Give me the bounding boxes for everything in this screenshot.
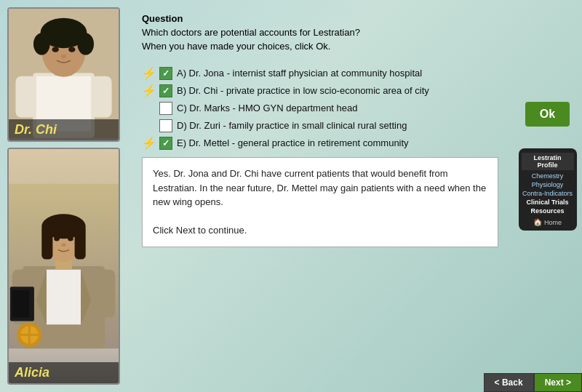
svg-point-9 <box>68 47 75 52</box>
lightning-icon-a: ⚡ <box>142 66 155 80</box>
lestratin-device: Lestratin Profile Chemestry Physiology C… <box>519 148 577 231</box>
character-panel-alicia: Alicia <box>7 148 120 385</box>
svg-rect-15 <box>47 270 81 325</box>
answer-text-e: E) Dr. Mettel - general practice in reti… <box>177 137 409 148</box>
ok-button[interactable]: Ok <box>525 102 570 127</box>
answer-text-c: C) Dr. Marks - HMO GYN department head <box>177 103 358 113</box>
character-panel-chi: Example: <box>7 7 120 142</box>
next-button[interactable]: Next > <box>534 373 582 392</box>
home-icon: 🏠 <box>533 218 542 226</box>
bottom-nav: < Back Next > <box>484 373 582 392</box>
answer-row-c: ⚡ C) Dr. Marks - HMO GYN department head <box>142 101 498 115</box>
feedback-next-prompt: Click Next to continue. <box>153 225 247 236</box>
device-link-trials[interactable]: Clinical Trials <box>522 198 574 207</box>
answer-row-a: ⚡ ✓ A) Dr. Jona - internist staff physic… <box>142 66 498 80</box>
question-text: Which doctors are potential accounts for… <box>142 27 498 38</box>
device-link-resources[interactable]: Resources <box>522 207 574 215</box>
device-link-contra[interactable]: Contra-Indicators <box>522 189 574 198</box>
svg-point-24 <box>68 236 73 241</box>
answer-text-a: A) Dr. Jona - internist staff physician … <box>177 68 422 79</box>
device-title: Lestratin Profile <box>522 153 574 170</box>
device-link-chemistry[interactable]: Chemestry <box>522 172 574 180</box>
feedback-box: Yes. Dr. Jona and Dr. Chi have current p… <box>142 157 498 247</box>
answer-row-e: ⚡ ✓ E) Dr. Mettel - general practice in … <box>142 136 498 150</box>
chi-name-label: Dr. Chi <box>9 119 119 140</box>
svg-rect-29 <box>98 270 116 318</box>
feedback-text: Yes. Dr. Jona and Dr. Chi have current p… <box>153 168 486 207</box>
svg-point-6 <box>33 33 50 55</box>
lightning-icon-e: ⚡ <box>142 136 155 150</box>
svg-point-10 <box>61 55 67 59</box>
answer-text-d: D) Dr. Zuri - family practice in small c… <box>177 120 407 131</box>
checkbox-e[interactable]: ✓ <box>159 137 172 150</box>
svg-rect-21 <box>41 225 52 259</box>
svg-point-8 <box>52 47 58 52</box>
answers-section: ⚡ ✓ A) Dr. Jona - internist staff physic… <box>142 66 498 150</box>
right-panel: Ok Lestratin Profile Chemestry Physiolog… <box>513 0 582 392</box>
lightning-icon-b: ⚡ <box>142 84 155 97</box>
checkbox-d[interactable] <box>159 119 172 132</box>
svg-rect-22 <box>75 225 86 259</box>
device-home[interactable]: 🏠 Home <box>522 218 574 226</box>
home-label: Home <box>544 219 562 226</box>
avatar-alicia <box>9 149 119 383</box>
svg-rect-11 <box>15 76 36 118</box>
checkmark-e: ✓ <box>162 138 170 148</box>
svg-rect-28 <box>12 290 30 318</box>
question-instruction: When you have made your choices, click O… <box>142 41 498 52</box>
answer-text-b: B) Dr. Chi - private practice in low sci… <box>177 85 429 96</box>
checkbox-a[interactable]: ✓ <box>159 67 172 80</box>
svg-point-23 <box>54 236 60 241</box>
checkmark-a: ✓ <box>162 68 170 79</box>
question-title: Question <box>142 13 498 24</box>
answer-row-b: ⚡ ✓ B) Dr. Chi - private practice in low… <box>142 84 498 97</box>
checkmark-b: ✓ <box>162 86 170 96</box>
alicia-name-label: Alicia <box>9 362 119 383</box>
checkbox-c[interactable] <box>159 102 172 115</box>
left-sidebar: Example: <box>0 0 127 392</box>
device-link-physiology[interactable]: Physiology <box>522 180 574 189</box>
svg-rect-12 <box>91 76 111 118</box>
main-content: Question Which doctors are potential acc… <box>127 0 513 392</box>
svg-point-25 <box>61 243 66 247</box>
svg-point-7 <box>77 33 94 55</box>
answer-row-d: ⚡ D) Dr. Zuri - family practice in small… <box>142 119 498 132</box>
checkbox-b[interactable]: ✓ <box>159 84 172 97</box>
back-button[interactable]: < Back <box>484 373 534 392</box>
question-section: Question Which doctors are potential acc… <box>142 13 498 59</box>
